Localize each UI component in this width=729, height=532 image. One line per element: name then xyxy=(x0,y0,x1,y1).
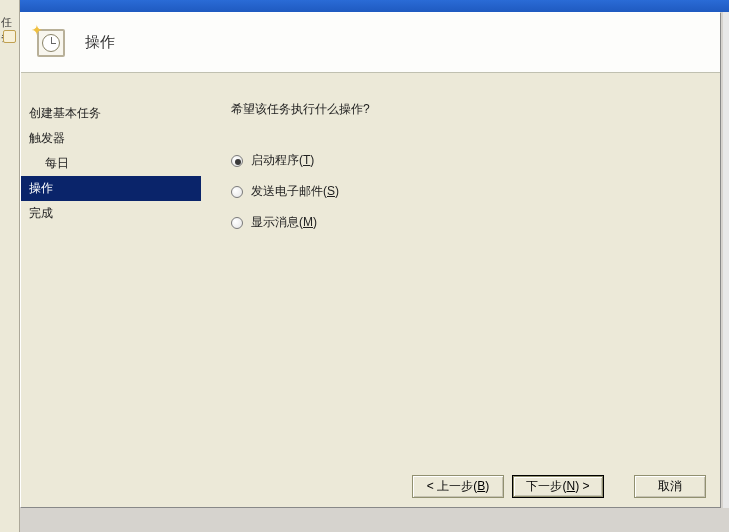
parent-window-bottom xyxy=(0,508,729,532)
radio-start-program[interactable]: 启动程序(T) xyxy=(231,152,700,169)
wizard-step-list: 创建基本任务 触发器 每日 操作 完成 xyxy=(21,101,201,226)
wizard-dialog: ✦ 操作 创建基本任务 触发器 每日 操作 完成 希望该任务执行什么操作? 启动… xyxy=(20,12,721,508)
radio-indicator-icon xyxy=(231,186,243,198)
cancel-button[interactable]: 取消 xyxy=(634,475,706,498)
parent-panel-icon xyxy=(3,30,16,43)
wizard-step-trigger[interactable]: 触发器 xyxy=(21,126,201,151)
dialog-body: 创建基本任务 触发器 每日 操作 完成 希望该任务执行什么操作? 启动程序(T)… xyxy=(21,73,720,465)
action-question: 希望该任务执行什么操作? xyxy=(231,101,700,118)
radio-label: 启动程序(T) xyxy=(251,152,314,169)
radio-indicator-icon xyxy=(231,155,243,167)
schedule-clock-icon: ✦ xyxy=(31,23,71,63)
parent-window-left-panel: 任务 xyxy=(0,0,20,532)
dialog-title: 操作 xyxy=(85,33,115,52)
radio-send-email[interactable]: 发送电子邮件(S) xyxy=(231,183,700,200)
dialog-header: ✦ 操作 xyxy=(21,13,720,73)
next-button[interactable]: 下一步(N) > xyxy=(512,475,604,498)
back-button[interactable]: < 上一步(B) xyxy=(412,475,504,498)
radio-label: 显示消息(M) xyxy=(251,214,317,231)
parent-window-titlebar xyxy=(0,0,729,12)
wizard-step-finish[interactable]: 完成 xyxy=(21,201,201,226)
content-pane: 希望该任务执行什么操作? 启动程序(T) 发送电子邮件(S) 显示消息(M) xyxy=(231,101,700,245)
wizard-step-create[interactable]: 创建基本任务 xyxy=(21,101,201,126)
wizard-step-daily[interactable]: 每日 xyxy=(21,151,201,176)
wizard-step-action[interactable]: 操作 xyxy=(21,176,201,201)
parent-window-right-edge xyxy=(723,12,729,508)
radio-show-message[interactable]: 显示消息(M) xyxy=(231,214,700,231)
dialog-footer: < 上一步(B) 下一步(N) > 取消 xyxy=(21,465,720,507)
radio-label: 发送电子邮件(S) xyxy=(251,183,339,200)
radio-indicator-icon xyxy=(231,217,243,229)
